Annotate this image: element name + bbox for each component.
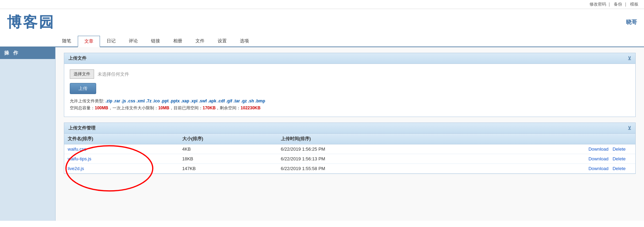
upload-toggle-icon[interactable]: ⊻: [628, 56, 631, 61]
col-actions: [458, 134, 635, 144]
remain-label: ，剩余空间：: [216, 106, 241, 110]
nav-wenjian[interactable]: 文件: [189, 35, 211, 47]
file-management-section: 上传文件管理 ⊻ 文件名(排序) 大小(排序) 上传时间(排序): [64, 123, 636, 174]
file-name-link[interactable]: waifu-tips.js: [68, 156, 91, 161]
file-time-cell: 6/22/2019 1:56:13 PM: [277, 154, 458, 163]
download-link[interactable]: Download: [588, 146, 609, 152]
nav-wenzhang[interactable]: 文章: [78, 36, 100, 47]
file-choose-row: 选择文件 未选择任何文件: [70, 69, 630, 79]
file-section-header: 上传文件管理 ⊻: [64, 123, 635, 134]
nav-pinglun[interactable]: 评论: [122, 35, 144, 47]
sidebar: 操 作: [0, 47, 56, 221]
file-size-cell: 147KB: [179, 163, 277, 173]
sidebar-header: 操 作: [0, 47, 55, 59]
layout: 操 作 上传文件 ⊻ 选择文件 未选择任何文件 上传 允许上传文件类型: .zi…: [0, 47, 644, 221]
file-name-cell: waifu.css: [64, 144, 179, 154]
file-time-cell: 6/22/2019 1:55:58 PM: [277, 163, 458, 173]
file-table-header-row: 文件名(排序) 大小(排序) 上传时间(排序): [64, 134, 635, 144]
nav-xiangce[interactable]: 相册: [167, 35, 189, 47]
template-link[interactable]: 模板: [630, 2, 638, 7]
allowed-types-info: 允许上传文件类型: .zip .rar .js .css .xml .7z .i…: [70, 98, 630, 105]
username: 晓哥: [626, 19, 637, 26]
file-name-cell: live2d.js: [64, 163, 179, 173]
col-name-sort[interactable]: 文件名(排序): [68, 136, 93, 141]
space-info: 空间总容量：100MB，一次上传文件大小限制：10MB，目前已用空间：170KB…: [70, 105, 630, 111]
once-limit-label: ，一次上传文件大小限制：: [108, 106, 158, 110]
file-actions-cell: Download Delete: [458, 154, 635, 163]
col-size-sort[interactable]: 大小(排序): [182, 136, 203, 141]
upload-section: 上传文件 ⊻ 选择文件 未选择任何文件 上传 允许上传文件类型: .zip .r…: [64, 53, 636, 117]
table-row: waifu-tips.js 18KB 6/22/2019 1:56:13 PM …: [64, 154, 635, 163]
nav-xuanxiang[interactable]: 选项: [233, 35, 256, 47]
col-size: 大小(排序): [179, 134, 277, 144]
col-time: 上传时间(排序): [277, 134, 458, 144]
upload-section-body: 选择文件 未选择任何文件 上传 允许上传文件类型: .zip .rar .js …: [64, 64, 635, 117]
delete-link[interactable]: Delete: [612, 166, 626, 171]
download-link[interactable]: Download: [588, 166, 609, 171]
upload-section-header: 上传文件 ⊻: [64, 53, 635, 64]
space-total-label: 空间总容量：: [70, 106, 95, 110]
header: 博客园 晓哥: [0, 9, 644, 35]
download-link[interactable]: Download: [588, 156, 609, 161]
change-password-link[interactable]: 修改密码: [589, 2, 606, 7]
main-nav: 随笔 文章 日记 评论 链接 相册 文件 设置 选项: [0, 35, 644, 47]
logo: 博客园: [7, 12, 55, 32]
file-actions-cell: Download Delete: [458, 163, 635, 173]
nav-shezhi[interactable]: 设置: [211, 35, 233, 47]
allowed-types-list: .zip .rar .js .css .xml .7z .ico .ppt .p…: [106, 99, 265, 103]
file-table: 文件名(排序) 大小(排序) 上传时间(排序) waifu.css 4KB 6/…: [64, 134, 635, 174]
table-row: live2d.js 147KB 6/22/2019 1:55:58 PM Dow…: [64, 163, 635, 173]
delete-link[interactable]: Delete: [612, 146, 626, 152]
col-name: 文件名(排序): [64, 134, 179, 144]
file-section-title: 上传文件管理: [68, 125, 95, 131]
file-actions-cell: Download Delete: [458, 144, 635, 154]
space-total-value: 100MB: [95, 106, 108, 110]
used-label: ，目前已用空间：: [169, 106, 203, 110]
nav-lianjie[interactable]: 链接: [144, 35, 167, 47]
table-row: waifu.css 4KB 6/22/2019 1:56:25 PM Downl…: [64, 144, 635, 154]
used-value: 170KB: [203, 106, 216, 110]
main-content: 上传文件 ⊻ 选择文件 未选择任何文件 上传 允许上传文件类型: .zip .r…: [56, 47, 644, 221]
upload-button[interactable]: 上传: [70, 83, 96, 94]
remain-value: 102230KB: [241, 106, 260, 110]
file-name-link[interactable]: live2d.js: [68, 166, 84, 171]
file-size-cell: 18KB: [179, 154, 277, 163]
nav-riji[interactable]: 日记: [100, 35, 122, 47]
col-time-sort[interactable]: 上传时间(排序): [281, 136, 311, 141]
allowed-label: 允许上传文件类型:: [70, 99, 104, 103]
delete-link[interactable]: Delete: [612, 156, 626, 161]
nav-suibi[interactable]: 随笔: [56, 35, 78, 47]
file-time-cell: 6/22/2019 1:56:25 PM: [277, 144, 458, 154]
file-table-wrapper: 文件名(排序) 大小(排序) 上传时间(排序) waifu.css 4KB 6/…: [64, 134, 635, 174]
file-toggle-icon[interactable]: ⊻: [628, 125, 631, 131]
file-size-cell: 4KB: [179, 144, 277, 154]
backup-link[interactable]: 备份: [614, 2, 622, 7]
file-name-link[interactable]: waifu.css: [68, 146, 86, 152]
choose-file-button[interactable]: 选择文件: [70, 69, 94, 79]
file-name-cell: waifu-tips.js: [64, 154, 179, 163]
once-limit-value: 10MB: [158, 106, 169, 110]
upload-section-title: 上传文件: [68, 55, 86, 61]
upload-btn-row: 上传: [70, 83, 630, 94]
no-file-label: 未选择任何文件: [98, 71, 129, 77]
top-bar: 修改密码 ｜ 备份 ｜ 模板: [0, 0, 644, 9]
